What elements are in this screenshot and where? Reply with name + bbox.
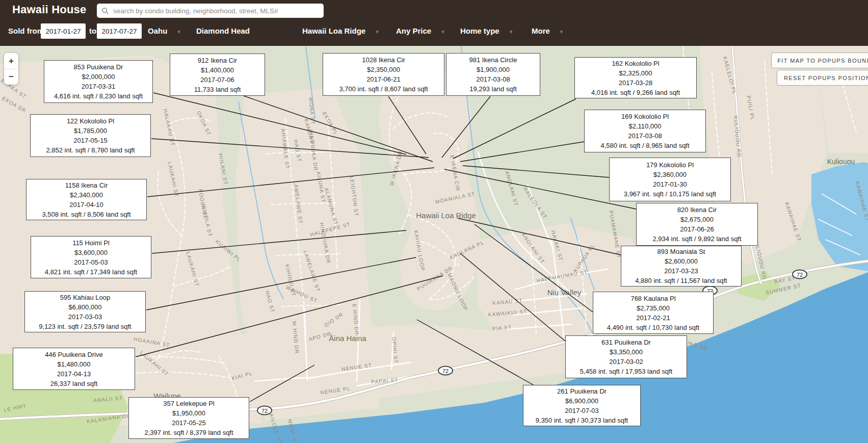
- place-label: Niu Valley: [547, 288, 581, 297]
- popup-sold-date: 2017-03-02: [566, 357, 687, 367]
- property-popup[interactable]: 1028 Ikena Cir$2,350,0002017-06-213,700 …: [323, 53, 444, 96]
- popup-price: $2,600,000: [621, 256, 741, 266]
- date-from-input[interactable]: [41, 23, 86, 39]
- header: Hawaii House Sold from to Oahu▾ Diamond …: [0, 0, 868, 46]
- popup-address: 768 Kaulana Pl: [593, 294, 713, 303]
- popup-price: $3,350,000: [566, 347, 687, 357]
- popup-address: 122 Kokololio Pl: [31, 116, 150, 126]
- property-popup[interactable]: 169 Kokololio Pl$2,110,0002017-03-084,58…: [584, 110, 706, 152]
- popup-sqft: 4,580 int. sqft / 8,965 land sqft: [585, 141, 705, 150]
- popup-sqft: 3,508 int. sqft / 8,506 land sqft: [27, 210, 146, 219]
- chevron-down-icon: ▾: [510, 29, 513, 35]
- popup-sqft: 3,967 int. sqft / 10,175 land sqft: [610, 189, 730, 199]
- property-popup[interactable]: 853 Puuikena Dr$2,000,0002017-03-314,616…: [44, 60, 153, 103]
- popup-address: 169 Kokololio Pl: [585, 112, 705, 121]
- popup-address: 853 Puuikena Dr: [44, 62, 152, 72]
- popup-address: 162 Kokololio Pl: [575, 59, 696, 68]
- fit-map-to-popups-button[interactable]: FIT MAP TO POPUPS BOUNDS: [771, 53, 868, 68]
- date-to-input[interactable]: [97, 23, 142, 39]
- chevron-down-icon: ▾: [376, 29, 379, 35]
- popup-sold-date: 2017-01-30: [610, 179, 730, 189]
- popup-sold-date: 2017-04-10: [27, 200, 146, 210]
- property-popup[interactable]: 446 Puuikena Drive$1,480,0002017-04-1326…: [13, 348, 135, 390]
- popup-sold-date: 2017-07-03: [523, 406, 640, 415]
- route-shield: 72: [792, 270, 807, 279]
- popup-price: $1,785,000: [31, 126, 150, 136]
- property-popup[interactable]: 115 Hoimi Pl$3,600,0002017-05-034,821 in…: [31, 236, 151, 278]
- reset-popups-positions-button[interactable]: RESET POPUPS POSITIONS: [777, 70, 868, 86]
- popup-price: $3,600,000: [31, 248, 151, 257]
- property-popup[interactable]: 595 Kahiau Loop$6,800,0002017-03-039,123…: [24, 291, 146, 332]
- property-popup[interactable]: 981 Ikena Circle$1,900,0002017-03-0819,2…: [446, 53, 540, 96]
- popup-price: $2,000,000: [44, 72, 152, 82]
- popup-address: 820 Ikena Cir: [637, 205, 757, 215]
- search-input[interactable]: [112, 7, 319, 15]
- property-popup[interactable]: 893 Moaniala St$2,600,0002017-03-234,880…: [621, 246, 742, 286]
- popup-sold-date: 2017-05-25: [129, 418, 249, 428]
- property-popup[interactable]: 162 Kokololio Pl$2,325,0002017-03-284,01…: [574, 57, 697, 98]
- popup-address: 1158 Ikena Cir: [27, 180, 146, 190]
- popup-address: 893 Moaniala St: [621, 247, 741, 256]
- popup-price: $1,950,000: [129, 408, 249, 418]
- popup-sold-date: 2017-03-08: [585, 131, 705, 141]
- zoom-in-button[interactable]: +: [4, 53, 18, 69]
- popup-sold-date: 2017-03-31: [44, 82, 152, 91]
- popup-price: $6,800,000: [25, 302, 145, 312]
- route-shield: 72: [257, 406, 272, 415]
- popup-price: $6,900,000: [523, 396, 640, 406]
- popup-sold-date: 2017-05-03: [31, 257, 151, 267]
- popup-sqft: 11,733 land sqft: [170, 85, 265, 94]
- zoom-out-button[interactable]: −: [4, 69, 18, 85]
- popup-price: $2,350,000: [323, 65, 444, 74]
- property-popup[interactable]: 179 Kokololio Pl$2,360,0002017-01-303,96…: [609, 158, 731, 201]
- popup-sqft: 4,616 int. sqft / 8,230 land sqft: [44, 91, 152, 101]
- popup-sqft: 2,934 int. sqft / 9,892 land sqft: [637, 234, 757, 244]
- sold-from-label: Sold from: [8, 27, 44, 35]
- popup-sold-date: 2017-06-26: [637, 224, 757, 234]
- popup-sqft: 4,821 int. sqft / 17,349 land sqft: [31, 267, 151, 277]
- popup-address: 446 Puuikena Drive: [13, 350, 135, 359]
- neighborhood-dropdown[interactable]: Hawaii Loa Ridge▾: [302, 27, 379, 35]
- popup-sqft: 9,350 int. sqft / 30,373 land sqft: [523, 415, 640, 425]
- home-type-dropdown[interactable]: Home type▾: [460, 27, 512, 35]
- popup-price: $1,900,000: [446, 65, 540, 74]
- property-popup[interactable]: 357 Lelekepue Pl$1,950,0002017-05-252,39…: [128, 397, 249, 439]
- popup-sqft: 5,458 int. sqft / 17,953 land sqft: [566, 367, 687, 376]
- popup-address: 179 Kokololio Pl: [610, 160, 730, 170]
- chevron-down-icon: ▾: [441, 29, 444, 35]
- place-label: Kuliouou: [827, 158, 855, 166]
- popup-sqft: 9,123 int. sqft / 23,579 land sqft: [25, 322, 145, 331]
- property-popup[interactable]: 261 Puuikena Dr$6,900,0002017-07-039,350…: [523, 385, 641, 426]
- popup-sold-date: 2017-05-15: [31, 136, 150, 145]
- popup-address: 595 Kahiau Loop: [25, 293, 145, 302]
- popup-sqft: 4,880 int. sqft / 11,567 land sqft: [621, 276, 741, 285]
- property-popup[interactable]: 122 Kokololio Pl$1,785,0002017-05-152,85…: [30, 114, 151, 157]
- popup-address: 981 Ikena Circle: [446, 55, 540, 65]
- popup-sold-date: 2017-06-21: [323, 74, 444, 84]
- region-filter[interactable]: Diamond Head: [196, 27, 250, 35]
- island-dropdown[interactable]: Oahu▾: [148, 27, 180, 35]
- price-dropdown[interactable]: Any Price▾: [396, 27, 444, 35]
- popup-sqft: 26,337 land sqft: [13, 379, 135, 388]
- search-box: [97, 4, 324, 18]
- place-label: Hawaii Loa Ridge: [416, 211, 476, 220]
- property-popup[interactable]: 768 Kaulana Pl$2,735,0002017-02-214,490 …: [593, 292, 714, 334]
- popup-sold-date: 2017-03-03: [25, 312, 145, 322]
- chevron-down-icon: ▾: [177, 29, 180, 35]
- popup-address: 912 Ikena Cir: [170, 56, 265, 65]
- chevron-down-icon: ▾: [560, 29, 563, 35]
- property-popup[interactable]: 820 Ikena Cir$2,675,0002017-06-262,934 i…: [636, 203, 758, 246]
- popup-price: $2,325,000: [575, 68, 696, 78]
- popup-price: $2,735,000: [593, 303, 713, 313]
- route-shield: 72: [438, 366, 453, 376]
- popup-address: 1028 Ikena Cir: [323, 55, 444, 65]
- popup-sqft: 2,397 int. sqft / 8,379 land sqft: [129, 428, 249, 437]
- place-label: Āina Haina: [329, 334, 366, 343]
- property-popup[interactable]: 912 Ikena Cir$1,400,0002017-07-0611,733 …: [170, 54, 265, 96]
- property-popup[interactable]: 631 Puuikena Dr$3,350,0002017-03-025,458…: [565, 335, 687, 378]
- popup-price: $1,480,000: [13, 359, 135, 369]
- more-dropdown[interactable]: More▾: [532, 27, 563, 35]
- popup-sold-date: 2017-03-23: [621, 266, 741, 276]
- property-popup[interactable]: 1158 Ikena Cir$2,340,0002017-04-103,508 …: [26, 179, 147, 220]
- popup-price: $1,400,000: [170, 65, 265, 75]
